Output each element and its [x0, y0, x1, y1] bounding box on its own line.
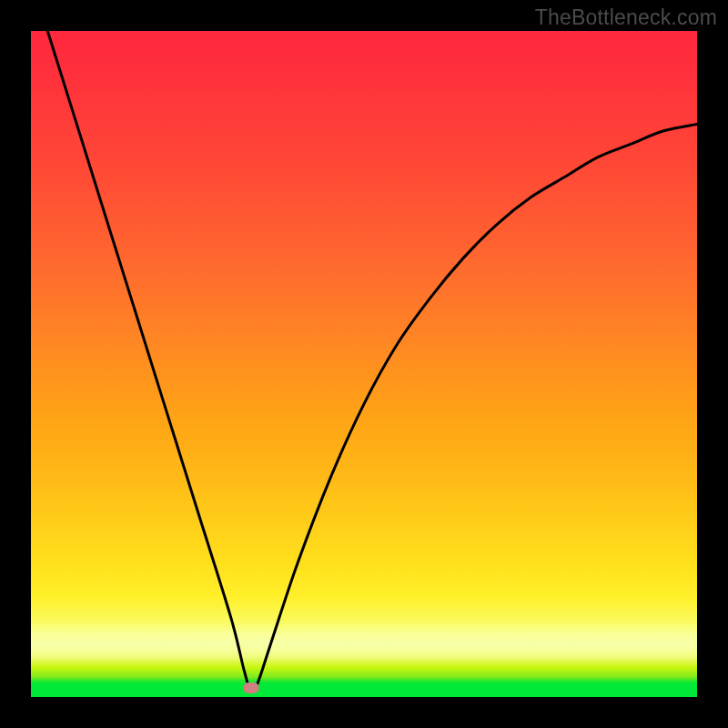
- optimal-point-marker: [243, 682, 258, 693]
- chart-frame: TheBottleneck.com: [0, 0, 728, 728]
- watermark-text: TheBottleneck.com: [535, 5, 717, 30]
- curve-svg: [31, 31, 697, 697]
- plot-area: [31, 31, 697, 697]
- bottleneck-curve: [31, 0, 697, 692]
